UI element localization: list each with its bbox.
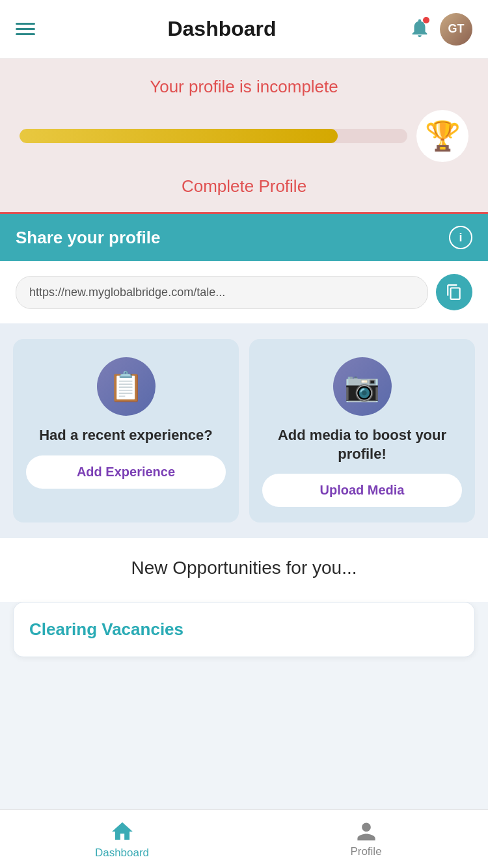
upload-media-button[interactable]: Upload Media (262, 474, 462, 507)
profile-nav-label: Profile (350, 845, 381, 858)
progress-row: 🏆 (20, 110, 468, 162)
notification-badge (423, 17, 429, 23)
experience-icon: 📋 (97, 357, 156, 416)
experience-card-text: Had a recent experience? (39, 426, 213, 445)
action-cards-row: 📋 Had a recent experience? Add Experienc… (0, 323, 488, 538)
opportunities-section: New Opportunities for you... (0, 538, 488, 602)
trophy-icon: 🏆 (416, 110, 468, 162)
share-profile-title: Share your profile (16, 228, 161, 248)
nav-item-dashboard[interactable]: Dashboard (0, 810, 244, 868)
bottom-navigation: Dashboard Profile (0, 809, 488, 868)
media-icon: 📷 (333, 357, 392, 416)
house-icon (110, 819, 135, 844)
add-experience-card: 📋 Had a recent experience? Add Experienc… (13, 339, 239, 522)
avatar[interactable]: GT (440, 13, 472, 46)
clearing-vacancies-card[interactable]: Clearing Vacancies (13, 602, 475, 657)
profile-incomplete-card: Your profile is incomplete 🏆 Complete Pr… (0, 59, 488, 214)
avatar-image: GT (440, 13, 472, 46)
upload-media-card: 📷 Add media to boost your profile! Uploa… (249, 339, 475, 522)
header: Dashboard GT (0, 0, 488, 59)
share-profile-section: Share your profile i https://new.mygloba… (0, 214, 488, 323)
copy-url-button[interactable] (436, 274, 472, 310)
copy-icon (446, 284, 463, 301)
menu-button[interactable] (16, 23, 35, 35)
clearing-vacancies-title: Clearing Vacancies (29, 619, 459, 640)
dashboard-nav-label: Dashboard (95, 847, 149, 860)
person-icon (355, 821, 377, 843)
profile-incomplete-text: Your profile is incomplete (20, 77, 468, 97)
media-card-text: Add media to boost your profile! (262, 426, 462, 463)
share-profile-header: Share your profile i (0, 214, 488, 261)
url-row: https://new.myglobalbridge.com/tale... (0, 261, 488, 323)
add-experience-button[interactable]: Add Experience (26, 455, 226, 489)
profile-url: https://new.myglobalbridge.com/tale... (16, 276, 428, 309)
notifications-button[interactable] (409, 17, 431, 42)
nav-item-profile[interactable]: Profile (244, 810, 488, 868)
header-actions: GT (409, 13, 472, 46)
page-title: Dashboard (167, 17, 276, 41)
complete-profile-link[interactable]: Complete Profile (20, 176, 468, 197)
opportunities-title: New Opportunities for you... (13, 558, 475, 578)
progress-bar-background (20, 129, 407, 143)
info-button[interactable]: i (449, 226, 472, 249)
progress-bar-fill (20, 129, 338, 143)
